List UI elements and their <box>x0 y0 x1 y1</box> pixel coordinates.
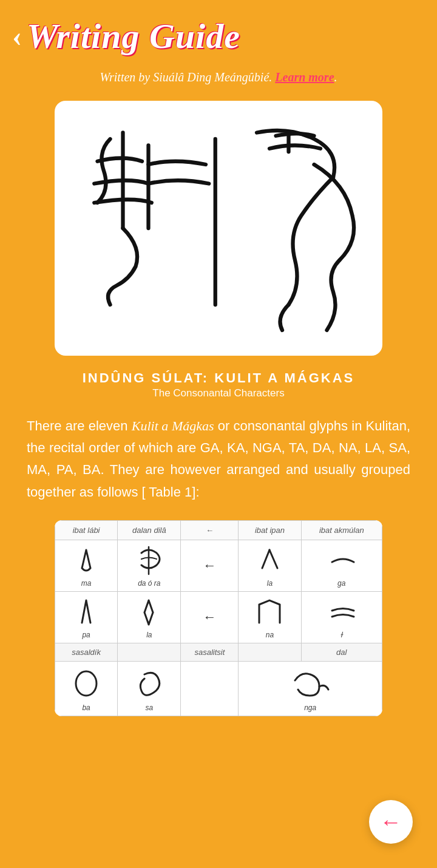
section-col-1: sasaldík <box>55 643 118 661</box>
col-header-2: dalan dilâ <box>118 520 181 540</box>
col-header-3: ibat ipan <box>239 520 301 540</box>
glyph-ga: ga <box>301 540 382 591</box>
table-row: pa la ← na ɫ <box>55 591 382 643</box>
section-col-3: dal <box>301 643 382 661</box>
section-label: INDÛNG SÚLAT: KULIT A MÁGKAS The Consona… <box>0 370 437 402</box>
header: ‹ Writing Guide <box>0 0 437 62</box>
script-image <box>55 101 382 356</box>
glyph-ma: ma <box>55 540 118 591</box>
section-col-empty2 <box>239 643 301 661</box>
body-text-start: There are eleven <box>27 418 132 433</box>
body-text-italic: Kulit a Mágkas <box>132 418 214 433</box>
fab-back-button[interactable]: ← <box>369 800 413 844</box>
glyph-empty <box>181 661 239 716</box>
glyph-pa: pa <box>55 591 118 643</box>
section-col-empty1 <box>118 643 181 661</box>
glyph-sa: sa <box>118 661 181 716</box>
glyph-ba: ba <box>55 661 118 716</box>
svg-point-0 <box>76 671 97 696</box>
section-title: INDÛNG SÚLAT: KULIT A MÁGKAS <box>18 370 419 386</box>
glyph-da-ra: da ó ra <box>118 540 181 591</box>
arrow-cell-2: ← <box>181 591 239 643</box>
arrow-cell-1: ← <box>181 540 239 591</box>
glyph-special: ɫ <box>301 591 382 643</box>
section-subtitle: The Consonantal Characters <box>18 387 419 399</box>
section-col-2: sasalitsit <box>181 643 239 661</box>
subtitle-text: Written by Siuálâ Ding Meángûbié. <box>100 70 272 84</box>
author-subtitle: Written by Siuálâ Ding Meángûbié. Learn … <box>0 62 437 86</box>
table-section-row: sasaldík sasalitsit dal <box>55 643 382 661</box>
table-header-row: ibat lábi dalan dilâ ← ibat ipan ibat ak… <box>55 520 382 540</box>
back-button[interactable]: ‹ <box>12 22 22 51</box>
page-title: Writing Guide <box>27 17 240 56</box>
learn-more-link[interactable]: Learn more <box>275 70 334 84</box>
kulit-table: ibat lábi dalan dilâ ← ibat ipan ibat ak… <box>55 520 382 716</box>
fab-arrow-icon: ← <box>380 811 402 833</box>
glyph-la2: la <box>118 591 181 643</box>
kulit-table-container: ibat lábi dalan dilâ ← ibat ipan ibat ak… <box>55 520 382 716</box>
glyph-la: la <box>239 540 301 591</box>
glyph-na: na <box>239 591 301 643</box>
glyph-nga: nga <box>239 661 382 716</box>
table-row: ma da ó ra ← la <box>55 540 382 591</box>
body-paragraph: There are eleven Kulit a Mágkas or conso… <box>0 402 437 509</box>
col-header-1: ibat lábi <box>55 520 118 540</box>
table-row: ba sa nga <box>55 661 382 716</box>
script-image-container <box>55 101 382 356</box>
col-header-4: ibat akmúlan <box>301 520 382 540</box>
col-header-arrow: ← <box>181 520 239 540</box>
